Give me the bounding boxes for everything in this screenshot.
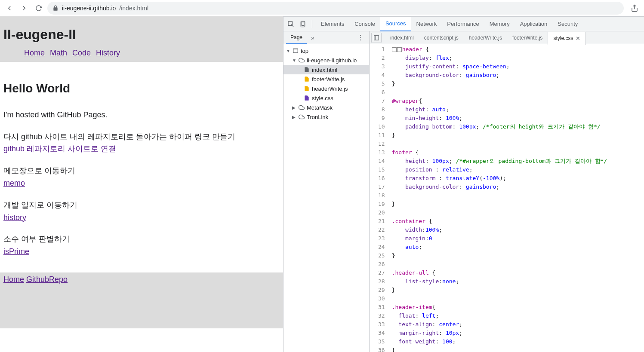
cloud-icon: [298, 114, 305, 120]
section-link[interactable]: history: [3, 213, 26, 222]
file-icon: [303, 67, 310, 73]
tree-file-label: index.html: [312, 67, 337, 73]
section: 다시 github 사이트 내의 레파지토리로 돌아가는 하이퍼 링크 만들기g…: [3, 131, 280, 156]
tree-extension[interactable]: ▶TronLink: [283, 112, 369, 122]
tree-top[interactable]: ▼ top: [283, 46, 369, 55]
gutter: 1234567891011121314151617181920212223242…: [370, 44, 388, 352]
page-intro: I'm hosted with GitHub Pages.: [3, 109, 280, 121]
nav-link[interactable]: Code: [72, 49, 91, 58]
file-tab[interactable]: footerWrite.js: [507, 31, 548, 44]
footer-link[interactable]: Home: [3, 275, 24, 284]
devtools-tabs: ElementsConsoleSourcesNetworkPerformance…: [283, 17, 644, 31]
file-tab-label: footerWrite.js: [512, 35, 542, 41]
svg-rect-3: [302, 22, 304, 25]
sidebar-more-icon[interactable]: »: [308, 34, 317, 41]
devtools-tab-memory[interactable]: Memory: [484, 17, 515, 31]
nav-link[interactable]: Math: [50, 49, 67, 58]
cloud-icon: [298, 104, 305, 110]
file-tab-label: contentscript.js: [424, 35, 459, 41]
section-text: 다시 github 사이트 내의 레파지토리로 돌아가는 하이퍼 링크 만들기: [3, 131, 280, 143]
tree-file[interactable]: style.css: [283, 93, 369, 103]
tree-file-label: headerWrite.js: [312, 86, 348, 92]
tree-file[interactable]: index.html: [283, 65, 369, 74]
tree-file-label: footerWrite.js: [312, 76, 345, 83]
sidebar-menu-icon[interactable]: ⋮: [354, 34, 367, 42]
file-tab-label: index.html: [390, 35, 414, 41]
file-tabs: index.htmlcontentscript.jsheaderWrite.js…: [370, 31, 644, 44]
nav-link[interactable]: Home: [24, 49, 45, 58]
rendered-page: II-eugene-II HomeMathCodeHistory Hello W…: [0, 16, 283, 352]
devtools-tab-application[interactable]: Application: [515, 17, 553, 31]
tree-file[interactable]: footerWrite.js: [283, 74, 369, 84]
tree-extension[interactable]: ▶MetaMask: [283, 103, 369, 112]
tree-top-label: top: [301, 48, 308, 54]
page-nav: HomeMathCodeHistory: [3, 49, 280, 58]
file-tab[interactable]: headerWrite.js: [464, 31, 507, 44]
devtools-tab-security[interactable]: Security: [552, 17, 583, 31]
file-tab-label: style.css: [553, 35, 573, 41]
devtools-tab-sources[interactable]: Sources: [380, 17, 411, 31]
file-icon: [303, 95, 310, 101]
toggle-navigator-icon[interactable]: [371, 33, 382, 43]
section: 메모장으로 이동하기memo: [3, 165, 280, 190]
section-link[interactable]: github 레파지토리 사이트로 연결: [3, 144, 116, 153]
svg-rect-6: [374, 35, 379, 40]
devtools-tab-elements[interactable]: Elements: [316, 17, 349, 31]
file-icon: [303, 86, 310, 92]
reload-button[interactable]: [33, 2, 45, 14]
forward-button[interactable]: [18, 2, 30, 14]
tree-extension-label: TronLink: [307, 114, 328, 120]
url-host: ii-eugene-ii.github.io: [62, 5, 116, 12]
inspect-icon[interactable]: [285, 18, 296, 30]
lock-icon: [52, 5, 59, 11]
file-tree: ▼ top ▼ ii-eugene-ii.github.io index.htm…: [283, 44, 369, 352]
code-content[interactable]: header { display: flex; justify-content:…: [388, 44, 611, 352]
file-tab[interactable]: index.html: [385, 31, 419, 44]
devtools-tab-performance[interactable]: Performance: [442, 17, 484, 31]
section: 소수 여부 판별하기isPrime: [3, 233, 280, 258]
code-editor[interactable]: 1234567891011121314151617181920212223242…: [370, 44, 644, 352]
footer-link[interactable]: GithubRepo: [26, 275, 68, 284]
sources-sidebar: Page » ⋮ ▼ top ▼ ii-eugene-ii.github.io: [283, 31, 370, 352]
page-footer: Home GithubRepo: [0, 272, 283, 328]
file-icon: [303, 76, 310, 82]
sidebar-tab-page[interactable]: Page: [286, 31, 307, 44]
tree-domain[interactable]: ▼ ii-eugene-ii.github.io: [283, 55, 369, 65]
section-text: 소수 여부 판별하기: [3, 233, 280, 245]
file-tab[interactable]: contentscript.js: [419, 31, 464, 44]
file-tab-label: headerWrite.js: [469, 35, 502, 41]
section: 개발 일지로 이동하기history: [3, 199, 280, 224]
editor-panel: index.htmlcontentscript.jsheaderWrite.js…: [370, 31, 644, 352]
devtools-tab-network[interactable]: Network: [411, 17, 442, 31]
section-link[interactable]: memo: [3, 179, 25, 187]
nav-link[interactable]: History: [96, 49, 120, 58]
device-icon[interactable]: [297, 18, 308, 30]
file-tab[interactable]: style.css✕: [548, 32, 586, 45]
section-link[interactable]: isPrime: [3, 247, 29, 256]
address-bar[interactable]: ii-eugene-ii.github.io/index.html: [47, 2, 624, 15]
browser-toolbar: ii-eugene-ii.github.io/index.html: [0, 0, 644, 16]
close-icon[interactable]: ✕: [576, 35, 580, 42]
back-button[interactable]: [3, 2, 15, 14]
devtools-panel: ElementsConsoleSourcesNetworkPerformance…: [283, 16, 644, 352]
window-icon: [292, 48, 299, 54]
section-text: 메모장으로 이동하기: [3, 165, 280, 177]
devtools-tab-console[interactable]: Console: [349, 17, 380, 31]
page-header: II-eugene-II HomeMathCodeHistory: [0, 16, 283, 62]
page-title: II-eugene-II: [3, 27, 280, 43]
tree-file-label: style.css: [312, 95, 333, 101]
url-path: /index.html: [119, 5, 148, 12]
tree-domain-label: ii-eugene-ii.github.io: [307, 57, 357, 64]
cloud-icon: [298, 57, 305, 63]
page-heading: Hello World: [3, 79, 280, 98]
tree-extension-label: MetaMask: [307, 104, 333, 111]
page-body: Hello World I'm hosted with GitHub Pages…: [0, 62, 283, 272]
svg-rect-4: [293, 49, 298, 52]
tree-file[interactable]: headerWrite.js: [283, 84, 369, 93]
section-text: 개발 일지로 이동하기: [3, 199, 280, 211]
share-button[interactable]: [629, 2, 641, 14]
